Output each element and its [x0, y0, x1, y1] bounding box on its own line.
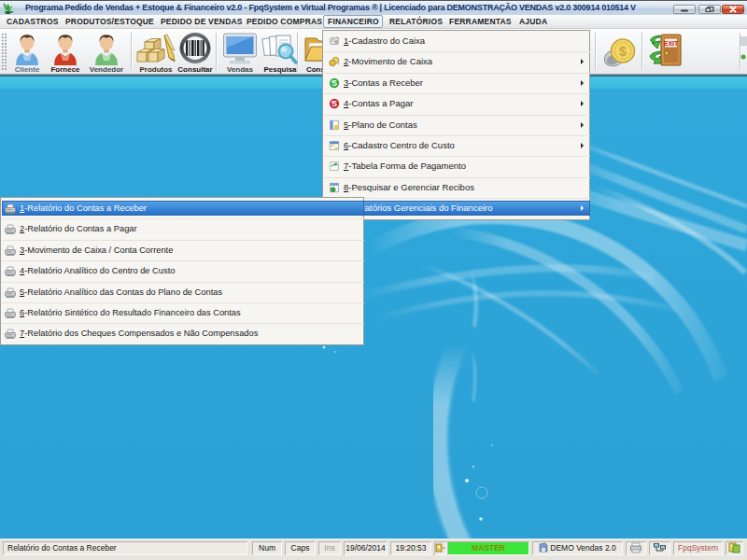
svg-text:S: S: [331, 78, 337, 88]
svg-text:EXIT: EXIT: [664, 40, 679, 47]
svg-text:$: $: [619, 44, 627, 59]
svg-text:S: S: [331, 99, 337, 108]
